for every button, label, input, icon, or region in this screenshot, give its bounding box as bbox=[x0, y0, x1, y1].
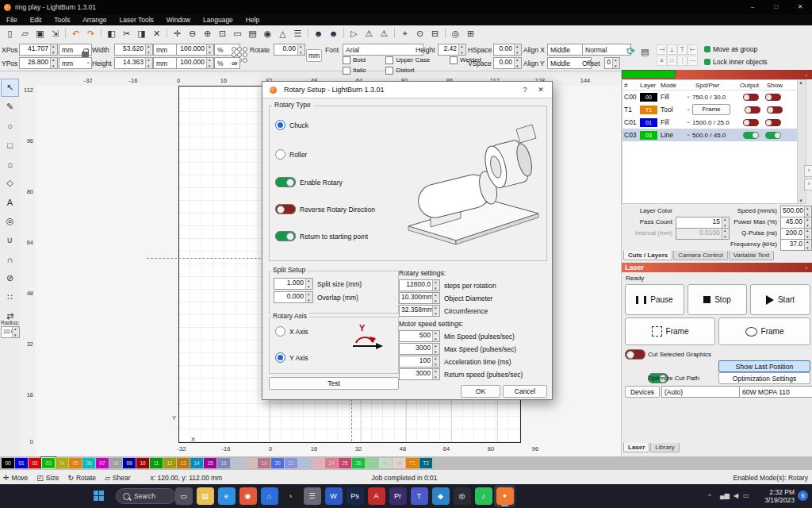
calibration-icon[interactable]: ⚠ bbox=[377, 27, 391, 40]
float-panel-icon[interactable] bbox=[806, 265, 807, 271]
align-center-h-icon[interactable]: ⊥ bbox=[667, 44, 677, 55]
device-select[interactable]: 60W MOPA 110 bbox=[739, 386, 812, 398]
font-style-checkbox[interactable]: Distort bbox=[385, 66, 442, 75]
dialog-help-button[interactable]: ? bbox=[517, 86, 533, 94]
toggle-icon[interactable] bbox=[275, 204, 296, 214]
layer-mode-select[interactable]: Fill bbox=[661, 118, 692, 126]
close-button[interactable] bbox=[788, 0, 812, 14]
move-as-group-toggle[interactable]: Move as group bbox=[704, 45, 757, 53]
vspace-input[interactable]: 0.00 bbox=[493, 57, 522, 69]
palette-swatch[interactable]: 27 bbox=[366, 458, 378, 468]
subtract-tool[interactable]: ⊘ bbox=[1, 269, 19, 287]
ypos-input[interactable]: 26.800 bbox=[19, 57, 58, 69]
palette-swatch[interactable]: 22 bbox=[298, 458, 311, 468]
layer-output-toggle[interactable] bbox=[743, 132, 759, 139]
scale-width-input[interactable]: 100.000 bbox=[176, 44, 214, 56]
taskbar-app-acrobat[interactable]: A bbox=[366, 485, 387, 507]
rotary-type-option[interactable]: Chuck bbox=[275, 120, 308, 130]
palette-swatch[interactable]: 04 bbox=[56, 458, 68, 468]
palette-swatch[interactable]: 21 bbox=[285, 458, 297, 468]
dock-panels-icon[interactable]: ⊟ bbox=[428, 27, 442, 40]
panel-collapse-icon[interactable]: › bbox=[804, 179, 812, 190]
layer-row[interactable]: C03 03 Line 500.0 / 45.0 bbox=[622, 129, 798, 141]
palette-swatch[interactable]: 23 bbox=[312, 458, 324, 468]
layer-row[interactable]: T1 T1 Tool Frame bbox=[622, 103, 798, 116]
offset-tool[interactable]: ◎ bbox=[1, 212, 19, 230]
cuts-tab[interactable]: Camera Control bbox=[673, 251, 727, 260]
rotary-setup-icon[interactable]: ◎ bbox=[449, 27, 462, 40]
panel-expand-icon[interactable]: › bbox=[804, 165, 812, 177]
align-bottom-icon[interactable]: ⋯ bbox=[688, 56, 698, 66]
palette-swatch[interactable]: T1 bbox=[406, 458, 419, 468]
rectangle-tool[interactable]: □ bbox=[1, 136, 19, 154]
layer-mode-select[interactable]: Fill bbox=[661, 93, 692, 101]
device-icon[interactable]: ▤ bbox=[641, 47, 649, 57]
offset-input[interactable]: 0 bbox=[604, 57, 620, 69]
hspace-input[interactable]: 0.00 bbox=[493, 44, 522, 56]
motor-setting-input[interactable]: 3000 bbox=[399, 343, 440, 355]
radio-icon[interactable] bbox=[275, 326, 285, 337]
taskbar-search[interactable]: Search bbox=[116, 488, 176, 504]
frame-rect-button[interactable]: Frame bbox=[625, 318, 715, 345]
text-tool[interactable]: A bbox=[1, 193, 19, 211]
palette-swatch[interactable]: 08 bbox=[109, 458, 122, 468]
layer-mode-select[interactable]: Line bbox=[661, 131, 692, 139]
align-left-icon[interactable]: ⊣ bbox=[657, 44, 667, 55]
sync-icon[interactable]: ⟳ bbox=[626, 45, 635, 57]
device-settings-icon[interactable]: ☰ bbox=[291, 27, 304, 40]
draw-lines-tool[interactable]: ✎ bbox=[1, 98, 19, 116]
layer-row[interactable]: C00 00 Fill 750.0 / 30.0 bbox=[622, 90, 798, 103]
units-button[interactable]: mm bbox=[306, 49, 322, 62]
taskbar-app-photoshop[interactable]: Ps bbox=[344, 485, 366, 507]
layer-show-toggle[interactable] bbox=[765, 132, 781, 139]
layer-color-chip[interactable]: 01 bbox=[640, 118, 657, 127]
distribute-h-icon[interactable]: ≡ bbox=[657, 56, 667, 66]
align-right-icon[interactable]: ⊢ bbox=[688, 44, 698, 55]
frame-ellipse-button[interactable]: Frame bbox=[718, 318, 810, 345]
port-select[interactable]: (Auto) bbox=[661, 386, 749, 398]
layer-show-toggle[interactable] bbox=[765, 119, 781, 126]
radio-icon[interactable] bbox=[275, 149, 285, 160]
dock-tab[interactable]: Laser bbox=[623, 443, 649, 452]
taskbar-app-word[interactable]: W bbox=[323, 485, 344, 507]
camera-icon[interactable]: ◉ bbox=[261, 27, 274, 40]
rotary-toggle-row[interactable]: Return to starting point bbox=[275, 231, 375, 241]
undo-icon[interactable]: ↶ bbox=[69, 27, 82, 40]
layer-color-chip[interactable]: 03 bbox=[640, 131, 657, 140]
palette-swatch[interactable]: 01 bbox=[15, 458, 28, 468]
edit-nodes-tool[interactable]: ◇ bbox=[1, 174, 19, 192]
preview-icon[interactable]: ▭ bbox=[231, 27, 244, 40]
text-style-select[interactable]: Normal bbox=[582, 44, 631, 56]
split-input[interactable]: 1.000 bbox=[274, 278, 313, 290]
set-origin-icon[interactable]: ⊙ bbox=[413, 27, 427, 40]
import-icon[interactable]: ⇲ bbox=[48, 27, 62, 40]
palette-swatch[interactable]: 06 bbox=[82, 458, 95, 468]
axis-option[interactable]: Y Axis bbox=[275, 352, 308, 363]
text-height-input[interactable]: 2.42 bbox=[438, 44, 466, 56]
jog-controls-icon[interactable]: ⊞ bbox=[464, 27, 477, 40]
dialog-titlebar[interactable]: Rotary Setup - LightBurn 1.3.01 ? ✕ bbox=[262, 82, 552, 98]
font-style-checkbox[interactable]: Upper Case bbox=[385, 56, 442, 64]
palette-swatch[interactable]: 00 bbox=[2, 458, 14, 468]
palette-swatch[interactable]: 02 bbox=[29, 458, 41, 468]
rotary-type-option[interactable]: Roller bbox=[275, 149, 308, 160]
taskbar-app-chrome[interactable]: ◉ bbox=[237, 485, 259, 507]
cuts-tab[interactable]: Variable Text bbox=[729, 251, 775, 260]
palette-swatch[interactable]: 10 bbox=[136, 458, 149, 468]
zoom-in-icon[interactable]: ⊕ bbox=[201, 27, 214, 40]
optimization-settings-button[interactable]: Optimization Settings bbox=[718, 372, 810, 384]
radio-icon[interactable] bbox=[275, 120, 285, 130]
menu-item[interactable]: Language bbox=[197, 14, 239, 25]
speed-input[interactable]: 500.00 bbox=[780, 206, 812, 217]
width-input[interactable]: 53.620 bbox=[114, 44, 153, 56]
layer-color-chip[interactable]: T1 bbox=[640, 106, 657, 114]
palette-swatch[interactable]: 28 bbox=[379, 458, 392, 468]
taskbar-app-edge[interactable]: e bbox=[216, 485, 237, 507]
palette-swatch[interactable]: 15 bbox=[204, 458, 216, 468]
material-library-icon[interactable]: ⚠ bbox=[362, 27, 376, 40]
array-tool[interactable]: ∷ bbox=[1, 288, 19, 306]
laser-pointer-icon[interactable]: △ bbox=[276, 27, 289, 40]
intersect-tool[interactable]: ∩ bbox=[1, 250, 19, 268]
power-max-input[interactable]: 45.00 bbox=[780, 217, 812, 229]
polygon-tool[interactable]: ⌂ bbox=[1, 155, 19, 173]
